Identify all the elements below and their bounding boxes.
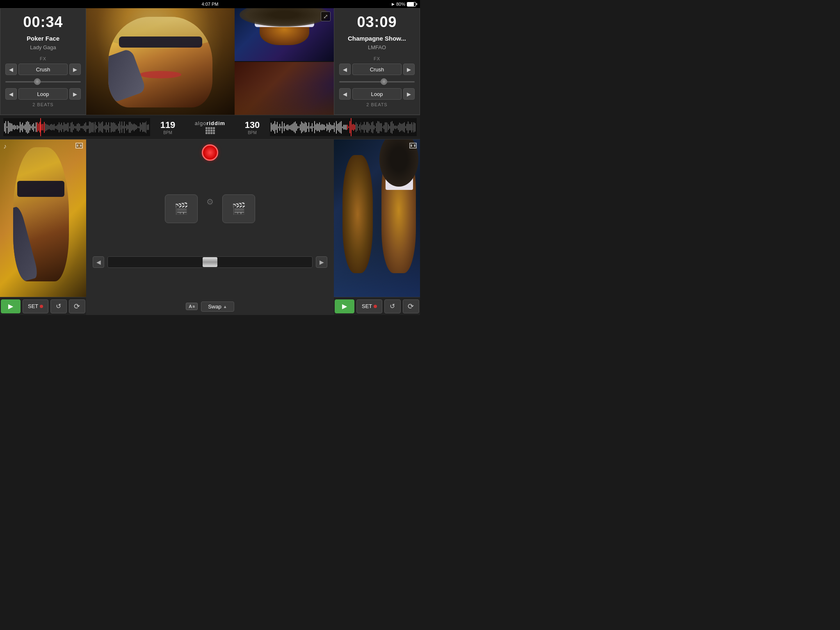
media-btn-left[interactable]: 🎬 [165, 194, 198, 223]
deck-left-loop-next[interactable]: ▶ [69, 88, 81, 100]
deck-right-thumb: ▶ SET ↺ ⟳ [334, 139, 420, 315]
dot-6 [208, 130, 210, 132]
deck-left-fx-slider-thumb[interactable] [34, 78, 41, 85]
deck-left-loop-name[interactable]: Loop [18, 88, 68, 100]
crowd-blur [235, 83, 334, 115]
deck-right-fx-slider-thumb[interactable] [381, 78, 387, 85]
waveform-right-bars [270, 118, 417, 136]
set-label-right: SET [362, 303, 372, 309]
video-sec-bottom-bg [235, 62, 334, 115]
bpm-left-value: 119 [160, 120, 176, 130]
record-row [202, 144, 218, 161]
swap-button[interactable]: Swap ▲ [201, 301, 234, 312]
scratch-button-right[interactable]: ⟳ [403, 299, 419, 313]
transport-right: ▶ SET ↺ ⟳ [334, 297, 420, 315]
video-secondary [235, 8, 334, 115]
record-button[interactable] [202, 144, 218, 161]
undo-icon-left: ↺ [56, 302, 61, 310]
lips-detail [139, 71, 181, 78]
deck-right-fx-next[interactable]: ▶ [403, 64, 415, 75]
deck-right-fx-slider[interactable] [339, 78, 415, 86]
deck-left: 00:34 Poker Face Lady Gaga FX ◀ Crush ▶ … [0, 8, 86, 115]
scratch-icon-left: ⟳ [74, 302, 80, 311]
deck-left-fx-slider-track [5, 81, 81, 82]
deck-right-beats: 2 BEATS [366, 102, 387, 107]
media-buttons: 🎬 ⚙ 🎬 [165, 194, 255, 223]
play-button-right[interactable]: ▶ [335, 299, 354, 313]
ab-badge[interactable]: A B [186, 303, 198, 310]
thumb-left-video[interactable]: ♪ [0, 139, 86, 297]
dot-10 [208, 132, 210, 134]
deck-left-beats: 2 BEATS [32, 102, 53, 107]
deck-right-loop-row: ◀ Loop ▶ [339, 88, 415, 100]
film-sprocket-left-b [80, 144, 82, 148]
glove-detail [108, 48, 146, 103]
video-main [86, 8, 235, 115]
dot-1 [205, 127, 208, 129]
deck-right-fx-name[interactable]: Crush [352, 64, 402, 75]
crossfader-row: ◀ ▶ [93, 256, 327, 268]
bottom-section: ♪ ▶ SET [0, 139, 420, 315]
battery-percent: 80% [396, 2, 405, 7]
crossfader-track[interactable] [107, 256, 313, 268]
deck-left-artist: Lady Gaga [30, 44, 56, 50]
swap-label: Swap [208, 304, 221, 310]
swap-bar: A B Swap ▲ [93, 301, 327, 312]
video-music-icon-right: 🎬 [232, 202, 246, 215]
deck-left-loop-prev[interactable]: ◀ [5, 88, 17, 100]
gear-button[interactable]: ⚙ [203, 194, 217, 209]
lmfao-figure-top [235, 8, 334, 61]
deck-right-fx-prev[interactable]: ◀ [339, 64, 351, 75]
media-btn-right[interactable]: 🎬 [222, 194, 255, 223]
deck-left-fx-label: FX [40, 56, 46, 61]
crossfader-right-arrow[interactable]: ▶ [316, 256, 327, 268]
video-sec-top [235, 8, 334, 61]
film-sprocket-right-b [413, 144, 416, 148]
deck-left-fx-name[interactable]: Crush [18, 64, 68, 75]
bpm-left-unit: BPM [163, 130, 172, 135]
dot-5 [205, 130, 208, 132]
waveform-section: 119 BPM algoriddim 130 [0, 115, 420, 139]
face-detail [108, 17, 212, 107]
bpm-right-value: 130 [245, 120, 260, 130]
film-hole-6 [411, 146, 412, 147]
waveform-right[interactable] [270, 118, 417, 136]
deck-right-artist: LMFAO [368, 44, 386, 50]
undo-button-right[interactable]: ↺ [384, 299, 401, 313]
undo-button-left[interactable]: ↺ [50, 299, 67, 313]
set-dot-right [374, 305, 377, 308]
play-button-left[interactable]: ▶ [1, 299, 21, 313]
set-dot-left [40, 305, 43, 308]
deck-right-timer: 03:09 [357, 14, 397, 31]
thumb-right-video[interactable] [334, 139, 420, 297]
deck-right-fx-row: ◀ Crush ▶ [339, 64, 415, 75]
dot-8 [213, 130, 215, 132]
waveform-left[interactable] [3, 118, 150, 136]
deck-left-fx-row: ◀ Crush ▶ [5, 64, 81, 75]
film-hole-8 [414, 146, 415, 147]
set-label-left: SET [28, 303, 38, 309]
dot-2 [208, 127, 210, 129]
algo-text: algoriddim [195, 120, 225, 126]
crossfader-left-arrow[interactable]: ◀ [93, 256, 104, 268]
dot-7 [210, 130, 212, 132]
video-main-content [86, 8, 235, 115]
deck-left-loop-row: ◀ Loop ▶ [5, 88, 81, 100]
music-icon-left: ♪ [3, 143, 7, 150]
deck-right-loop-prev[interactable]: ◀ [339, 88, 351, 100]
expand-button[interactable]: ⤢ [321, 11, 331, 21]
deck-left-fx-next[interactable]: ▶ [69, 64, 81, 75]
crossfader-thumb[interactable] [203, 257, 217, 267]
set-button-right[interactable]: SET [356, 299, 382, 313]
set-button-left[interactable]: SET [23, 299, 48, 313]
deck-left-fx-prev[interactable]: ◀ [5, 64, 17, 75]
deck-left-track: Poker Face [27, 35, 59, 42]
deck-right-loop-next[interactable]: ▶ [403, 88, 415, 100]
algo-light: algo [195, 120, 207, 126]
ab-label-a: A [189, 304, 192, 309]
scratch-button-left[interactable]: ⟳ [69, 299, 85, 313]
main-layout: 00:34 Poker Face Lady Gaga FX ◀ Crush ▶ … [0, 8, 420, 315]
deck-right-loop-name[interactable]: Loop [352, 88, 402, 100]
gear-icon: ⚙ [206, 197, 214, 207]
deck-left-fx-slider[interactable] [5, 78, 81, 86]
